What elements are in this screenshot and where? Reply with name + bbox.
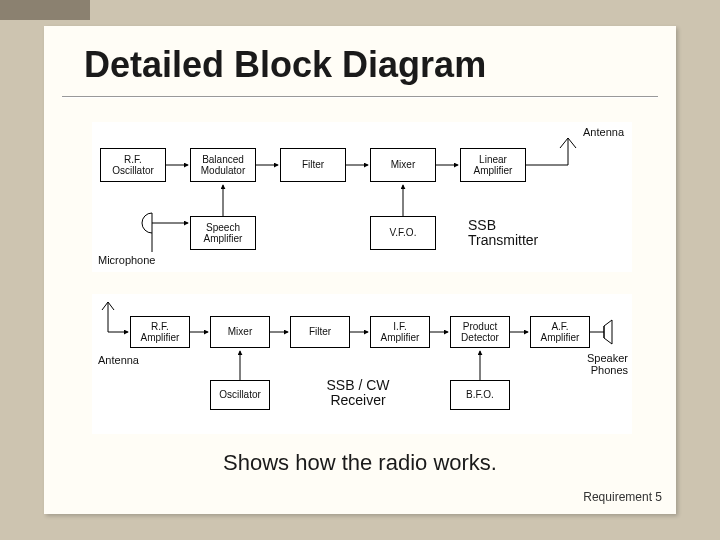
label-ssb-transmitter: SSB Transmitter bbox=[468, 218, 538, 249]
label-antenna-tx: Antenna bbox=[583, 126, 624, 138]
block-bfo: B.F.O. bbox=[450, 380, 510, 410]
label-ssb-cw-receiver: SSB / CW Receiver bbox=[298, 378, 418, 409]
block-linear-amplifier: Linear Amplifier bbox=[460, 148, 526, 182]
block-filter-rx: Filter bbox=[290, 316, 350, 348]
caption: Shows how the radio works. bbox=[44, 450, 676, 476]
tx-wiring bbox=[92, 122, 632, 272]
block-af-amplifier: A.F. Amplifier bbox=[530, 316, 590, 348]
corner-accent bbox=[0, 0, 90, 20]
block-mixer-tx: Mixer bbox=[370, 148, 436, 182]
block-mixer-rx: Mixer bbox=[210, 316, 270, 348]
label-speaker-phones: Speaker Phones bbox=[587, 352, 628, 376]
rx-wiring bbox=[92, 294, 632, 434]
block-oscillator: Oscillator bbox=[210, 380, 270, 410]
svg-line-7 bbox=[568, 138, 576, 148]
block-balanced-modulator: Balanced Modulator bbox=[190, 148, 256, 182]
ssb-cw-receiver-diagram: R.F. Amplifier Mixer Filter I.F. Amplifi… bbox=[92, 294, 632, 434]
block-if-amplifier: I.F. Amplifier bbox=[370, 316, 430, 348]
svg-line-14 bbox=[102, 302, 108, 310]
block-vfo: V.F.O. bbox=[370, 216, 436, 250]
block-product-detector: Product Detector bbox=[450, 316, 510, 348]
svg-line-15 bbox=[108, 302, 114, 310]
svg-line-6 bbox=[560, 138, 568, 148]
block-rf-oscillator: R.F. Oscillator bbox=[100, 148, 166, 182]
block-filter-tx: Filter bbox=[280, 148, 346, 182]
ssb-transmitter-diagram: R.F. Oscillator Balanced Modulator Filte… bbox=[92, 122, 632, 272]
block-rf-amplifier: R.F. Amplifier bbox=[130, 316, 190, 348]
block-speech-amplifier: Speech Amplifier bbox=[190, 216, 256, 250]
label-microphone: Microphone bbox=[98, 254, 155, 266]
page-title: Detailed Block Diagram bbox=[84, 44, 486, 86]
slide: Detailed Block Diagram R.F. Oscillator B… bbox=[44, 26, 676, 514]
requirement-label: Requirement 5 bbox=[583, 490, 662, 504]
label-antenna-rx: Antenna bbox=[98, 354, 139, 366]
title-divider bbox=[62, 96, 658, 98]
